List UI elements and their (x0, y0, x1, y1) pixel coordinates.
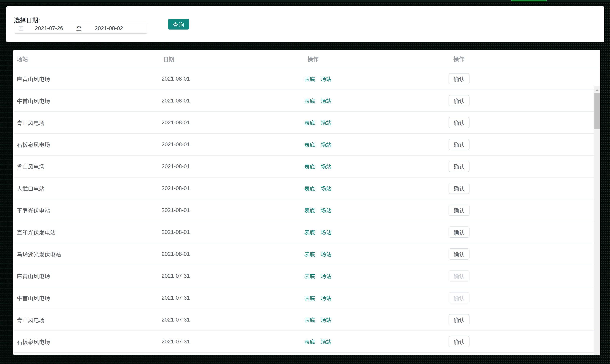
link-table-bottom[interactable]: 表底 (304, 97, 315, 104)
row-date: 2021-08-01 (158, 229, 301, 235)
header-date: 日期 (160, 55, 304, 63)
link-table-bottom[interactable]: 表底 (304, 184, 315, 192)
link-table-bottom[interactable]: 表底 (304, 119, 315, 127)
station-name: 宣和光伏发电站 (13, 228, 158, 236)
row-operation-confirm: 确认 (445, 248, 594, 260)
station-name: 香山风电场 (13, 162, 158, 170)
table-header-row: 场站 日期 操作 操作 (13, 50, 600, 68)
link-table-bottom[interactable]: 表底 (304, 141, 315, 148)
row-operation-links: 表底 场站 (301, 272, 445, 280)
station-name: 石板泉风电场 (13, 338, 158, 346)
link-station[interactable]: 场站 (321, 316, 331, 324)
confirm-button[interactable]: 确认 (448, 73, 470, 84)
link-station[interactable]: 场站 (321, 338, 331, 346)
table-row: 青山风电场 2021-08-01 表底 场站 确认 (13, 112, 594, 134)
vertical-scrollbar[interactable] (594, 86, 600, 355)
row-operation-links: 表底 场站 (301, 338, 445, 346)
station-name: 牛首山风电场 (13, 97, 158, 105)
table-row: 平罗光伏电站 2021-08-01 表底 场站 确认 (13, 199, 594, 221)
row-operation-links: 表底 场站 (301, 207, 445, 214)
station-name: 青山风电场 (13, 119, 158, 127)
date-filter-panel: 选择日期: 2021-07-26 至 2021-08-02 查询 (6, 6, 604, 42)
row-operation-confirm: 确认 (445, 95, 594, 106)
scroll-up-icon[interactable] (595, 89, 599, 91)
link-table-bottom[interactable]: 表底 (304, 163, 315, 170)
table-row: 麻黄山风电场 2021-07-31 表底 场站 确认 (13, 265, 594, 287)
link-station[interactable]: 场站 (321, 294, 331, 302)
start-date-value: 2021-07-26 (24, 25, 74, 31)
row-operation-links: 表底 场站 (301, 294, 445, 302)
confirm-button[interactable]: 确认 (448, 183, 470, 194)
row-operation-confirm: 确认 (445, 292, 594, 303)
row-operation-links: 表底 场站 (301, 228, 445, 236)
confirm-button[interactable]: 确认 (448, 161, 470, 172)
confirm-button[interactable]: 确认 (448, 95, 470, 106)
confirm-button: 确认 (448, 270, 470, 282)
query-button[interactable]: 查询 (168, 19, 189, 29)
confirm-button[interactable]: 确认 (448, 248, 470, 260)
link-station[interactable]: 场站 (321, 184, 331, 192)
table-row: 牛首山风电场 2021-07-31 表底 场站 确认 (13, 287, 594, 309)
date-range-input[interactable]: 2021-07-26 至 2021-08-02 (14, 23, 147, 34)
row-operation-links: 表底 场站 (301, 316, 445, 324)
row-date: 2021-07-31 (158, 273, 301, 279)
link-table-bottom[interactable]: 表底 (304, 272, 315, 280)
row-operation-confirm: 确认 (445, 139, 594, 150)
header-station: 场站 (13, 55, 160, 63)
confirm-button[interactable]: 确认 (448, 314, 470, 325)
calendar-icon (18, 26, 24, 31)
row-operation-links: 表底 场站 (301, 141, 445, 148)
partial-green-button[interactable] (511, 0, 547, 1)
table-row: 石板泉风电场 2021-07-31 表底 场站 确认 (13, 331, 594, 353)
row-date: 2021-08-01 (158, 76, 301, 82)
link-station[interactable]: 场站 (321, 272, 331, 280)
link-table-bottom[interactable]: 表底 (304, 207, 315, 214)
link-station[interactable]: 场站 (321, 141, 331, 148)
link-table-bottom[interactable]: 表底 (304, 294, 315, 302)
link-table-bottom[interactable]: 表底 (304, 338, 315, 346)
link-station[interactable]: 场站 (321, 75, 331, 83)
link-station[interactable]: 场站 (321, 163, 331, 170)
confirm-button[interactable]: 确认 (448, 205, 470, 216)
row-date: 2021-07-31 (158, 338, 301, 345)
table-row: 牛首山风电场 2021-08-01 表底 场站 确认 (13, 90, 594, 112)
station-name: 麻黄山风电场 (13, 272, 158, 280)
row-operation-confirm: 确认 (445, 226, 594, 238)
station-name: 平罗光伏电站 (13, 206, 158, 214)
station-name: 大武口电站 (13, 184, 158, 192)
link-station[interactable]: 场站 (321, 228, 331, 236)
table-body: 麻黄山风电场 2021-08-01 表底 场站 确认 牛首山风电场 2021-0… (13, 68, 600, 355)
row-operation-links: 表底 场站 (301, 184, 445, 192)
row-operation-confirm: 确认 (445, 161, 594, 172)
row-date: 2021-07-31 (158, 317, 301, 323)
link-station[interactable]: 场站 (321, 207, 331, 214)
row-operation-confirm: 确认 (445, 270, 594, 282)
station-name: 马场湖光发伏电站 (13, 250, 158, 258)
row-operation-links: 表底 场站 (301, 163, 445, 170)
row-operation-confirm: 确认 (445, 117, 594, 128)
row-date: 2021-07-31 (158, 295, 301, 301)
confirm-button[interactable]: 确认 (448, 226, 470, 238)
link-station[interactable]: 场站 (321, 119, 331, 127)
link-table-bottom[interactable]: 表底 (304, 250, 315, 258)
row-operation-confirm: 确认 (445, 336, 594, 347)
row-date: 2021-08-01 (158, 163, 301, 169)
row-date: 2021-08-01 (158, 251, 301, 257)
table-row: 石板泉风电场 2021-08-01 表底 场站 确认 (13, 134, 594, 156)
station-name: 牛首山风电场 (13, 294, 158, 302)
link-station[interactable]: 场站 (321, 97, 331, 104)
row-date: 2021-08-01 (158, 141, 301, 148)
scrollbar-thumb[interactable] (594, 93, 600, 129)
confirm-button[interactable]: 确认 (448, 117, 470, 128)
row-operation-confirm: 确认 (445, 73, 594, 84)
link-table-bottom[interactable]: 表底 (304, 75, 315, 83)
confirm-button[interactable]: 确认 (448, 336, 470, 347)
link-table-bottom[interactable]: 表底 (304, 228, 315, 236)
header-operation-links: 操作 (304, 55, 450, 63)
station-name: 青山风电场 (13, 316, 158, 324)
link-station[interactable]: 场站 (321, 250, 331, 258)
link-table-bottom[interactable]: 表底 (304, 316, 315, 324)
confirm-button[interactable]: 确认 (448, 139, 470, 150)
row-date: 2021-08-01 (158, 207, 301, 213)
row-date: 2021-08-01 (158, 98, 301, 104)
